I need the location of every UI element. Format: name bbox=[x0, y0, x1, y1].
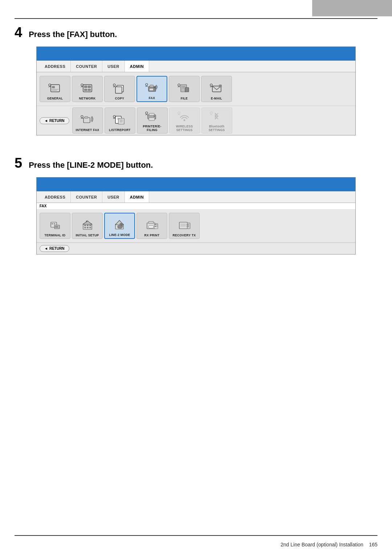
return4-button[interactable]: ◄ RETURN bbox=[40, 117, 69, 124]
icon-printer[interactable]: PRINTER/E-FILING bbox=[137, 107, 168, 134]
icon-line2-mode[interactable]: LINE-2 MODE bbox=[104, 213, 135, 239]
internet-fax-icon bbox=[80, 113, 95, 127]
step5-section: 5 Press the [LINE-2 MODE] button. ADDRES… bbox=[15, 156, 377, 254]
svg-rect-64 bbox=[155, 226, 156, 227]
fax-icon bbox=[145, 81, 159, 95]
icon-list-report[interactable]: LIST/REPORT bbox=[105, 107, 135, 134]
icon-network[interactable]: NETWORK bbox=[72, 76, 103, 102]
icon-wireless-label: WIRELESS SETTINGS bbox=[171, 125, 198, 132]
svg-rect-12 bbox=[115, 87, 122, 93]
wireless-icon bbox=[177, 110, 192, 123]
icon-bluetooth: Bluetooth SETTINGS bbox=[201, 107, 232, 134]
icon-initial-setup-label: INITIAL SETUP bbox=[75, 233, 99, 237]
panel5-blue-bar bbox=[37, 178, 355, 191]
svg-rect-52 bbox=[87, 225, 89, 226]
panel4-bottom-area: ◄ RETURN INTERNET FAX bbox=[37, 106, 355, 135]
icon-copy-label: COPY bbox=[115, 97, 124, 100]
svg-rect-15 bbox=[150, 85, 154, 87]
svg-rect-37 bbox=[149, 113, 154, 115]
svg-point-42 bbox=[178, 112, 180, 114]
icon-recovery-tx[interactable]: RECOVERY TX bbox=[169, 213, 200, 239]
svg-rect-6 bbox=[84, 86, 87, 88]
svg-rect-76 bbox=[187, 226, 188, 227]
svg-point-4 bbox=[49, 84, 51, 86]
footer-page: 165 bbox=[369, 542, 377, 547]
step4-panel: ADDRESS COUNTER USER ADMIN GENERAL bbox=[36, 46, 356, 135]
svg-point-43 bbox=[210, 112, 212, 114]
return5-button[interactable]: ◄ RETURN bbox=[40, 245, 69, 252]
icon-copy[interactable]: COPY bbox=[104, 76, 135, 102]
tab4-address[interactable]: ADDRESS bbox=[40, 61, 71, 72]
icon-bluetooth-label: Bluetooth SETTINGS bbox=[203, 125, 230, 132]
svg-rect-53 bbox=[89, 225, 91, 226]
icon-general[interactable]: GENERAL bbox=[40, 76, 70, 102]
icon-recovery-tx-label: RECOVERY TX bbox=[173, 233, 196, 237]
step4-instruction: Press the [FAX] button. bbox=[29, 30, 117, 39]
general-icon bbox=[48, 82, 62, 95]
icon-terminal-id[interactable]: TERMINAL ID bbox=[40, 213, 70, 239]
icon-wireless: WIRELESS SETTINGS bbox=[169, 107, 200, 134]
footer-description: 2nd Line Board (optional) Installation bbox=[281, 542, 363, 547]
footer: 2nd Line Board (optional) Installation 1… bbox=[15, 542, 377, 547]
icon-fax[interactable]: FAX bbox=[136, 76, 167, 102]
icon-internet-fax[interactable]: INTERNET FAX bbox=[72, 107, 103, 134]
line2-mode-icon bbox=[113, 218, 127, 232]
return4-label: RETURN bbox=[49, 119, 65, 123]
svg-rect-46 bbox=[52, 223, 53, 224]
tab4-admin[interactable]: ADMIN bbox=[125, 61, 150, 72]
svg-rect-1 bbox=[52, 86, 55, 88]
tab5-address[interactable]: ADDRESS bbox=[40, 191, 71, 203]
top-gray-bar bbox=[312, 0, 392, 16]
footer-text: 2nd Line Board (optional) Installation 1… bbox=[281, 542, 377, 547]
svg-rect-8 bbox=[84, 89, 87, 91]
tab5-user[interactable]: USER bbox=[102, 191, 125, 203]
svg-rect-60 bbox=[148, 221, 154, 224]
svg-rect-17 bbox=[150, 89, 153, 90]
rx-print-icon bbox=[145, 219, 159, 232]
tab4-counter[interactable]: COUNTER bbox=[71, 61, 102, 72]
icon-network-label: NETWORK bbox=[79, 97, 95, 100]
svg-point-16 bbox=[154, 87, 155, 88]
svg-rect-0 bbox=[51, 85, 60, 92]
svg-rect-38 bbox=[149, 118, 155, 121]
svg-rect-54 bbox=[84, 227, 86, 228]
step5-header: 5 Press the [LINE-2 MODE] button. bbox=[15, 156, 377, 170]
email-icon bbox=[209, 82, 224, 95]
svg-point-27 bbox=[81, 115, 83, 118]
step5-number: 5 bbox=[15, 156, 22, 170]
copy-icon bbox=[113, 82, 127, 95]
initial-setup-icon bbox=[80, 219, 95, 232]
panel5-bottom-row: ◄ RETURN bbox=[37, 243, 355, 254]
step4-number: 4 bbox=[15, 25, 22, 39]
icon-email[interactable]: E-MAIL bbox=[201, 76, 232, 102]
svg-rect-67 bbox=[179, 222, 187, 229]
svg-rect-61 bbox=[148, 226, 154, 228]
svg-rect-75 bbox=[187, 224, 188, 225]
network-icon bbox=[80, 82, 95, 95]
svg-point-18 bbox=[146, 83, 148, 86]
bottom-rule bbox=[15, 535, 377, 536]
top-rule bbox=[15, 18, 377, 19]
terminal-id-icon bbox=[48, 219, 62, 232]
return5-label: RETURN bbox=[49, 247, 65, 250]
recovery-tx-icon bbox=[177, 219, 192, 232]
svg-point-72 bbox=[188, 224, 189, 225]
icon-file[interactable]: FILE bbox=[169, 76, 200, 102]
svg-point-21 bbox=[178, 84, 180, 86]
file-icon bbox=[177, 82, 192, 95]
tab5-admin[interactable]: ADMIN bbox=[125, 191, 150, 203]
step5-panel: ADDRESS COUNTER USER ADMIN FAX TERMINAL … bbox=[36, 177, 356, 254]
icon-fax-label: FAX bbox=[149, 96, 155, 100]
icon-rx-print[interactable]: RX PRINT bbox=[136, 213, 167, 239]
return4-arrow-icon: ◄ bbox=[44, 119, 48, 123]
panel4-tab-row: ADDRESS COUNTER USER ADMIN bbox=[37, 61, 355, 72]
tab4-user[interactable]: USER bbox=[102, 61, 125, 72]
svg-rect-56 bbox=[89, 227, 91, 228]
icon-initial-setup[interactable]: INITIAL SETUP bbox=[72, 213, 103, 239]
panel4-blue-bar bbox=[37, 47, 355, 61]
svg-point-73 bbox=[188, 225, 189, 226]
panel5-tab-row: ADDRESS COUNTER USER ADMIN bbox=[37, 191, 355, 203]
tab5-counter[interactable]: COUNTER bbox=[71, 191, 102, 203]
return5-arrow-icon: ◄ bbox=[44, 247, 48, 250]
svg-rect-48 bbox=[55, 226, 58, 228]
